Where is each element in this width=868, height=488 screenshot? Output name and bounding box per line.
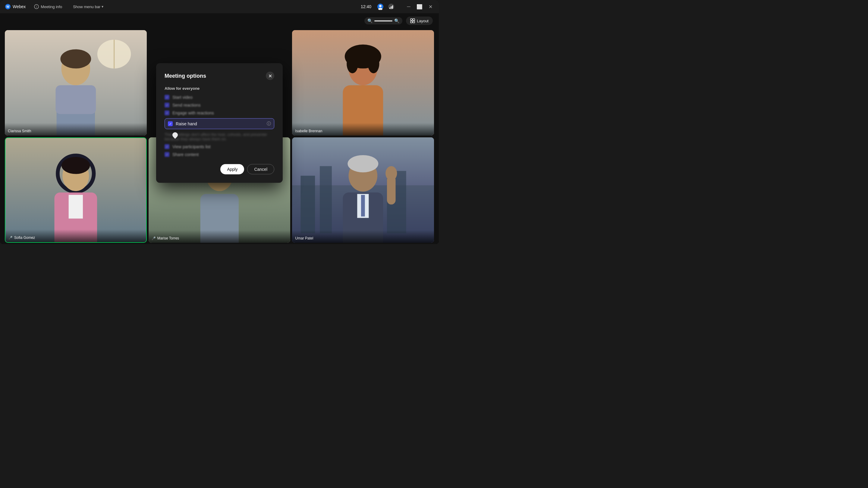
person-icon bbox=[377, 3, 384, 10]
blurred-note-text: These settings don't affect the host, co… bbox=[164, 132, 274, 141]
meeting-info-icon: i bbox=[34, 4, 39, 9]
modal-footer: Apply Cancel bbox=[164, 164, 274, 174]
titlebar-left: W Webex i Meeting info Show menu bar ▾ bbox=[5, 3, 106, 10]
apply-button[interactable]: Apply bbox=[220, 164, 244, 174]
option-row-share-content: ✓ Share content bbox=[164, 152, 274, 157]
option-row-raise-hand[interactable]: ✓ Raise hand ⓘ bbox=[164, 119, 274, 129]
modal-title: Meeting options bbox=[164, 73, 206, 79]
webex-logo-icon: W bbox=[5, 4, 11, 10]
modal-close-button[interactable]: ✕ bbox=[266, 72, 274, 80]
titlebar-right: 12:40 bbox=[361, 2, 434, 11]
minimize-button[interactable]: ─ bbox=[405, 3, 412, 10]
meeting-options-modal: Meeting options ✕ Allow for everyone ✓ S… bbox=[156, 63, 283, 183]
webex-logo[interactable]: W Webex bbox=[5, 4, 26, 10]
window-controls: ─ ⬜ ✕ bbox=[405, 3, 434, 10]
meeting-info-label: Meeting info bbox=[41, 4, 62, 9]
checkbox-engage-reactions[interactable]: ✓ bbox=[164, 110, 169, 116]
chevron-down-icon: ▾ bbox=[101, 4, 103, 9]
blurred-note-section: These settings don't affect the host, co… bbox=[164, 132, 274, 141]
titlebar: W Webex i Meeting info Show menu bar ▾ 1… bbox=[0, 0, 439, 13]
show-menu-label: Show menu bar bbox=[73, 4, 100, 9]
svg-text:i: i bbox=[36, 5, 37, 8]
time-display: 12:40 bbox=[361, 4, 371, 9]
option-label-start-video: Start video bbox=[173, 95, 274, 100]
svg-text:W: W bbox=[6, 5, 9, 8]
app-window: W Webex i Meeting info Show menu bar ▾ 1… bbox=[0, 0, 439, 244]
meeting-info-button[interactable]: i Meeting info bbox=[32, 3, 64, 10]
raise-hand-info-icon[interactable]: ⓘ bbox=[267, 121, 271, 127]
option-label-send-reactions: Send reactions bbox=[173, 103, 274, 107]
modal-overlay: Meeting options ✕ Allow for everyone ✓ S… bbox=[0, 13, 439, 244]
option-label-raise-hand: Raise hand bbox=[176, 121, 264, 126]
svg-rect-10 bbox=[392, 5, 393, 9]
option-row-engage-reactions: ✓ Engage with reactions bbox=[164, 110, 274, 116]
checkbox-share-content[interactable]: ✓ bbox=[164, 152, 169, 157]
maximize-button[interactable]: ⬜ bbox=[416, 3, 423, 10]
option-row-start-video: ✓ Start video bbox=[164, 95, 274, 100]
cancel-button[interactable]: Cancel bbox=[247, 164, 274, 174]
svg-rect-9 bbox=[391, 6, 392, 9]
checkbox-start-video[interactable]: ✓ bbox=[164, 95, 169, 100]
option-label-engage-reactions: Engage with reactions bbox=[173, 110, 274, 116]
option-row-send-reactions: ✓ Send reactions bbox=[164, 103, 274, 107]
option-label-view-participants: View participants list bbox=[173, 144, 274, 149]
close-button[interactable]: ✕ bbox=[427, 3, 434, 10]
stats-icon-btn[interactable] bbox=[387, 2, 396, 11]
stats-icon bbox=[388, 3, 395, 10]
titlebar-icons bbox=[376, 2, 396, 11]
checkbox-raise-hand[interactable]: ✓ bbox=[168, 121, 173, 126]
content-area: 🔍 🔍 Layout bbox=[0, 13, 439, 244]
svg-point-5 bbox=[379, 5, 381, 7]
webex-app-name: Webex bbox=[13, 4, 26, 9]
option-label-share-content: Share content bbox=[173, 152, 274, 157]
show-menu-button[interactable]: Show menu bar ▾ bbox=[70, 3, 106, 10]
profile-icon-btn[interactable] bbox=[376, 2, 384, 11]
modal-section-label: Allow for everyone bbox=[164, 86, 274, 91]
checkbox-send-reactions[interactable]: ✓ bbox=[164, 103, 169, 107]
checkbox-view-participants[interactable]: ✓ bbox=[164, 144, 169, 149]
svg-rect-8 bbox=[390, 7, 390, 9]
modal-header: Meeting options ✕ bbox=[164, 72, 274, 80]
option-row-view-participants: ✓ View participants list bbox=[164, 144, 274, 149]
